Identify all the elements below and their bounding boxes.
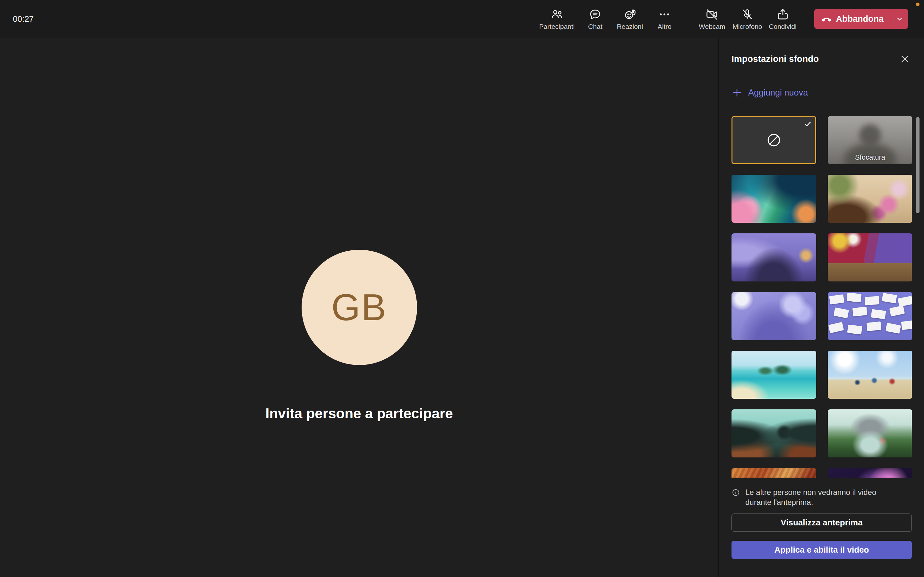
camera-off-icon — [705, 8, 719, 21]
background-thumbnail-green-valley[interactable] — [828, 409, 912, 458]
avatar-initials: GB — [331, 286, 387, 329]
apply-button[interactable]: Applica e abilita il video — [732, 541, 912, 559]
toolbar-button-more[interactable]: Altro — [648, 6, 680, 32]
background-grid: Sfocatura — [732, 116, 912, 478]
background-thumbnail-sticky-notes[interactable] — [828, 292, 912, 340]
background-settings-panel: Impostazioni sfondo Aggiungi nuova Sfoca… — [718, 38, 924, 577]
toolbar-button-share[interactable]: Condividi — [767, 6, 799, 32]
toolbar-button-webcam[interactable]: Webcam — [696, 6, 728, 32]
toolbar-button-label: Microfono — [732, 23, 762, 31]
add-new-background-button[interactable]: Aggiungi nuova — [732, 87, 912, 98]
background-thumbnail-color-studio[interactable] — [828, 234, 912, 282]
background-thumbnail-orange-canyon[interactable] — [732, 468, 816, 478]
toolbar-button-label: Webcam — [699, 23, 725, 31]
background-thumbnail-galaxy[interactable] — [828, 468, 912, 478]
phone-hangup-icon — [821, 13, 832, 25]
chat-icon — [588, 8, 602, 21]
avatar: GB — [302, 250, 417, 365]
share-icon — [776, 8, 790, 21]
panel-scrollbar[interactable] — [916, 117, 919, 479]
toolbar-button-microphone[interactable]: Microfono — [730, 6, 764, 32]
add-new-label: Aggiungi nuova — [748, 88, 808, 98]
background-thumbnail-canyon-tree[interactable] — [732, 409, 816, 458]
toolbar-group-main: PartecipantiChatReazioniAltro — [537, 6, 680, 32]
toolbar-button-label: Altro — [658, 23, 672, 31]
close-panel-button[interactable] — [898, 52, 912, 66]
background-thumbnail-celebration[interactable] — [828, 175, 912, 223]
toolbar-button-participants[interactable]: Partecipanti — [537, 6, 577, 32]
background-thumbnail-blur[interactable]: Sfocatura — [828, 116, 912, 164]
scrollbar-thumb[interactable] — [916, 117, 919, 213]
selected-check-icon — [803, 119, 812, 128]
meeting-content: GB Invita persone a partecipare Impostaz… — [0, 38, 924, 577]
close-icon — [899, 53, 910, 64]
background-thumbnail-purple-lounge[interactable] — [732, 234, 816, 282]
toolbar-group-device: WebcamMicrofonoCondividi — [696, 6, 798, 32]
people-icon — [550, 8, 564, 21]
notification-dot — [916, 3, 919, 6]
leave-button-group: Abbandona — [814, 9, 908, 29]
meeting-stage: GB Invita persone a partecipare — [0, 38, 718, 577]
meeting-toolbar: 00:27 PartecipantiChatReazioniAltro Webc… — [0, 0, 924, 38]
preview-note-text: Le altre persone non vedranno il video d… — [745, 487, 899, 507]
toolbar-button-label: Condividi — [769, 23, 796, 31]
toolbar-button-label: Chat — [588, 23, 602, 31]
panel-title: Impostazioni sfondo — [732, 54, 819, 64]
toolbar-actions: PartecipantiChatReazioniAltro WebcamMicr… — [537, 6, 908, 32]
toolbar-button-label: Reazioni — [617, 23, 643, 31]
background-thumbnail-balloons[interactable] — [732, 292, 816, 340]
toolbar-button-chat[interactable]: Chat — [579, 6, 611, 32]
background-thumbnail-tropical-beach[interactable] — [732, 351, 816, 399]
background-thumbnail-none[interactable] — [732, 116, 816, 164]
preview-note: Le altre persone non vedranno il video d… — [732, 487, 912, 507]
panel-header: Impostazioni sfondo — [732, 52, 912, 66]
reactions-icon — [623, 8, 636, 21]
toolbar-button-label: Partecipanti — [539, 23, 575, 31]
meeting-timer: 00:27 — [13, 14, 34, 24]
background-grid-viewport: Sfocatura — [732, 116, 912, 478]
circle-slash-icon — [766, 132, 782, 148]
dots-icon — [658, 8, 671, 21]
leave-button[interactable]: Abbandona — [814, 9, 891, 29]
leave-button-label: Abbandona — [836, 14, 884, 24]
toolbar-button-reactions[interactable]: Reazioni — [614, 6, 646, 32]
background-thumbnail-abstract-waves[interactable] — [732, 175, 816, 223]
info-icon — [732, 488, 740, 497]
preview-button[interactable]: Visualizza anteprima — [732, 514, 912, 532]
chevron-down-icon — [895, 15, 904, 23]
background-label: Sfocatura — [828, 153, 912, 161]
background-thumbnail-beach-day[interactable] — [828, 351, 912, 399]
invite-text: Invita persone a partecipare — [0, 406, 718, 422]
plus-icon — [732, 87, 742, 98]
leave-options-button[interactable] — [891, 9, 908, 29]
mic-off-icon — [740, 8, 754, 21]
